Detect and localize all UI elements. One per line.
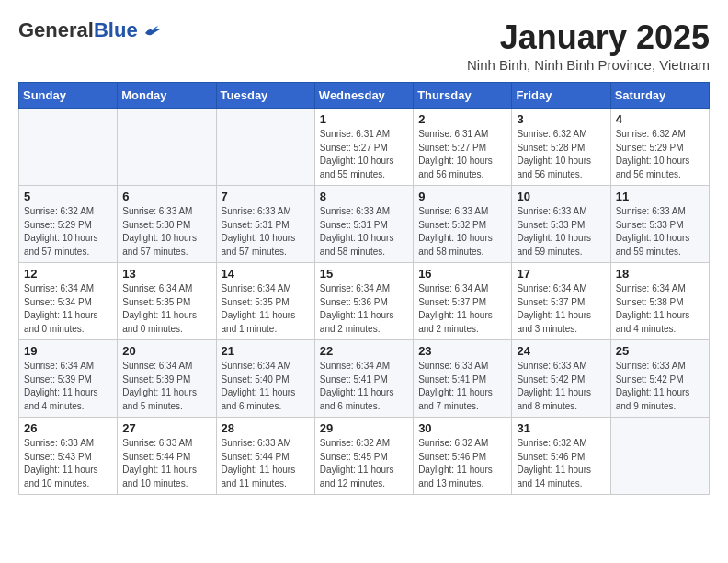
day-number: 15 [320, 267, 408, 281]
day-info: Sunrise: 6:34 AM Sunset: 5:37 PM Dayligh… [517, 282, 605, 336]
day-number: 17 [517, 267, 605, 281]
day-number: 13 [122, 267, 210, 281]
calendar-cell: 4Sunrise: 6:32 AM Sunset: 5:29 PM Daylig… [610, 109, 709, 186]
day-number: 16 [418, 267, 506, 281]
col-header-thursday: Thursday [414, 83, 512, 109]
calendar-week-row: 1Sunrise: 6:31 AM Sunset: 5:27 PM Daylig… [19, 109, 710, 186]
day-number: 30 [418, 421, 506, 435]
calendar-cell: 20Sunrise: 6:34 AM Sunset: 5:39 PM Dayli… [118, 340, 216, 418]
day-info: Sunrise: 6:32 AM Sunset: 5:46 PM Dayligh… [418, 437, 506, 490]
calendar-week-row: 26Sunrise: 6:33 AM Sunset: 5:43 PM Dayli… [19, 418, 710, 495]
day-info: Sunrise: 6:32 AM Sunset: 5:46 PM Dayligh… [517, 437, 605, 490]
month-title: January 2025 [467, 18, 710, 57]
day-info: Sunrise: 6:34 AM Sunset: 5:35 PM Dayligh… [122, 282, 210, 336]
calendar-cell: 17Sunrise: 6:34 AM Sunset: 5:37 PM Dayli… [512, 263, 610, 340]
day-info: Sunrise: 6:33 AM Sunset: 5:31 PM Dayligh… [320, 205, 408, 259]
calendar-cell [19, 109, 118, 186]
day-number: 11 [616, 190, 704, 203]
calendar-table: SundayMondayTuesdayWednesdayThursdayFrid… [18, 82, 710, 495]
day-info: Sunrise: 6:32 AM Sunset: 5:28 PM Dayligh… [517, 128, 605, 181]
day-info: Sunrise: 6:34 AM Sunset: 5:41 PM Dayligh… [320, 360, 408, 413]
day-number: 21 [222, 344, 310, 358]
day-number: 24 [517, 344, 605, 358]
calendar-week-row: 19Sunrise: 6:34 AM Sunset: 5:39 PM Dayli… [19, 340, 710, 418]
day-info: Sunrise: 6:31 AM Sunset: 5:27 PM Dayligh… [418, 128, 506, 181]
calendar-cell: 19Sunrise: 6:34 AM Sunset: 5:39 PM Dayli… [19, 340, 118, 418]
day-info: Sunrise: 6:33 AM Sunset: 5:33 PM Dayligh… [616, 205, 704, 259]
col-header-wednesday: Wednesday [314, 83, 413, 109]
day-info: Sunrise: 6:34 AM Sunset: 5:34 PM Dayligh… [24, 282, 112, 336]
day-info: Sunrise: 6:31 AM Sunset: 5:27 PM Dayligh… [320, 128, 408, 181]
day-number: 14 [222, 267, 310, 281]
day-info: Sunrise: 6:34 AM Sunset: 5:39 PM Dayligh… [24, 360, 112, 413]
day-number: 28 [222, 421, 310, 435]
location-text: Ninh Binh, Ninh Binh Province, Vietnam [467, 57, 710, 73]
calendar-cell: 22Sunrise: 6:34 AM Sunset: 5:41 PM Dayli… [314, 340, 413, 418]
day-info: Sunrise: 6:33 AM Sunset: 5:30 PM Dayligh… [122, 205, 210, 259]
calendar-cell: 28Sunrise: 6:33 AM Sunset: 5:44 PM Dayli… [216, 418, 314, 495]
day-info: Sunrise: 6:33 AM Sunset: 5:44 PM Dayligh… [122, 437, 210, 490]
calendar-cell: 26Sunrise: 6:33 AM Sunset: 5:43 PM Dayli… [19, 418, 118, 495]
logo: GeneralBlue [18, 18, 162, 42]
calendar-cell: 16Sunrise: 6:34 AM Sunset: 5:37 PM Dayli… [414, 263, 512, 340]
day-number: 25 [616, 344, 704, 358]
page-header: GeneralBlue January 2025 Ninh Binh, Ninh… [18, 18, 710, 73]
calendar-cell: 21Sunrise: 6:34 AM Sunset: 5:40 PM Dayli… [216, 340, 314, 418]
day-number: 12 [24, 267, 112, 281]
day-info: Sunrise: 6:32 AM Sunset: 5:29 PM Dayligh… [24, 205, 112, 259]
day-info: Sunrise: 6:33 AM Sunset: 5:41 PM Dayligh… [418, 360, 506, 413]
day-number: 31 [517, 421, 605, 435]
day-info: Sunrise: 6:33 AM Sunset: 5:33 PM Dayligh… [517, 205, 605, 259]
day-number: 6 [122, 190, 210, 203]
calendar-cell: 25Sunrise: 6:33 AM Sunset: 5:42 PM Dayli… [610, 340, 709, 418]
day-number: 23 [418, 344, 506, 358]
col-header-sunday: Sunday [19, 83, 118, 109]
day-info: Sunrise: 6:34 AM Sunset: 5:37 PM Dayligh… [418, 282, 506, 336]
day-info: Sunrise: 6:32 AM Sunset: 5:29 PM Dayligh… [616, 128, 704, 181]
day-number: 1 [320, 112, 408, 126]
day-info: Sunrise: 6:33 AM Sunset: 5:42 PM Dayligh… [517, 360, 605, 413]
day-number: 8 [320, 190, 408, 203]
day-info: Sunrise: 6:33 AM Sunset: 5:42 PM Dayligh… [616, 360, 704, 413]
calendar-cell: 30Sunrise: 6:32 AM Sunset: 5:46 PM Dayli… [414, 418, 512, 495]
calendar-cell: 18Sunrise: 6:34 AM Sunset: 5:38 PM Dayli… [610, 263, 709, 340]
col-header-saturday: Saturday [610, 83, 709, 109]
day-info: Sunrise: 6:33 AM Sunset: 5:31 PM Dayligh… [222, 205, 310, 259]
logo-bird-icon [143, 26, 162, 40]
calendar-cell: 6Sunrise: 6:33 AM Sunset: 5:30 PM Daylig… [118, 186, 216, 263]
col-header-monday: Monday [118, 83, 216, 109]
day-info: Sunrise: 6:34 AM Sunset: 5:36 PM Dayligh… [320, 282, 408, 336]
day-number: 9 [418, 190, 506, 203]
calendar-cell [216, 109, 314, 186]
day-number: 19 [24, 344, 112, 358]
day-number: 2 [418, 112, 506, 126]
day-info: Sunrise: 6:32 AM Sunset: 5:45 PM Dayligh… [320, 437, 408, 490]
day-number: 10 [517, 190, 605, 203]
col-header-friday: Friday [512, 83, 610, 109]
calendar-cell: 29Sunrise: 6:32 AM Sunset: 5:45 PM Dayli… [314, 418, 413, 495]
day-number: 18 [616, 267, 704, 281]
calendar-cell: 24Sunrise: 6:33 AM Sunset: 5:42 PM Dayli… [512, 340, 610, 418]
day-number: 22 [320, 344, 408, 358]
logo-general: General [18, 18, 94, 41]
calendar-cell: 13Sunrise: 6:34 AM Sunset: 5:35 PM Dayli… [118, 263, 216, 340]
day-info: Sunrise: 6:33 AM Sunset: 5:32 PM Dayligh… [418, 205, 506, 259]
calendar-cell: 5Sunrise: 6:32 AM Sunset: 5:29 PM Daylig… [19, 186, 118, 263]
calendar-week-row: 5Sunrise: 6:32 AM Sunset: 5:29 PM Daylig… [19, 186, 710, 263]
col-header-tuesday: Tuesday [216, 83, 314, 109]
calendar-cell: 2Sunrise: 6:31 AM Sunset: 5:27 PM Daylig… [414, 109, 512, 186]
calendar-cell: 23Sunrise: 6:33 AM Sunset: 5:41 PM Dayli… [414, 340, 512, 418]
day-number: 29 [320, 421, 408, 435]
day-info: Sunrise: 6:34 AM Sunset: 5:39 PM Dayligh… [122, 360, 210, 413]
day-number: 27 [122, 421, 210, 435]
day-number: 26 [24, 421, 112, 435]
calendar-cell: 14Sunrise: 6:34 AM Sunset: 5:35 PM Dayli… [216, 263, 314, 340]
calendar-week-row: 12Sunrise: 6:34 AM Sunset: 5:34 PM Dayli… [19, 263, 710, 340]
title-block: January 2025 Ninh Binh, Ninh Binh Provin… [467, 18, 710, 73]
day-info: Sunrise: 6:34 AM Sunset: 5:35 PM Dayligh… [222, 282, 310, 336]
calendar-cell [610, 418, 709, 495]
calendar-cell: 11Sunrise: 6:33 AM Sunset: 5:33 PM Dayli… [610, 186, 709, 263]
day-number: 7 [222, 190, 310, 203]
day-number: 3 [517, 112, 605, 126]
day-info: Sunrise: 6:34 AM Sunset: 5:38 PM Dayligh… [616, 282, 704, 336]
